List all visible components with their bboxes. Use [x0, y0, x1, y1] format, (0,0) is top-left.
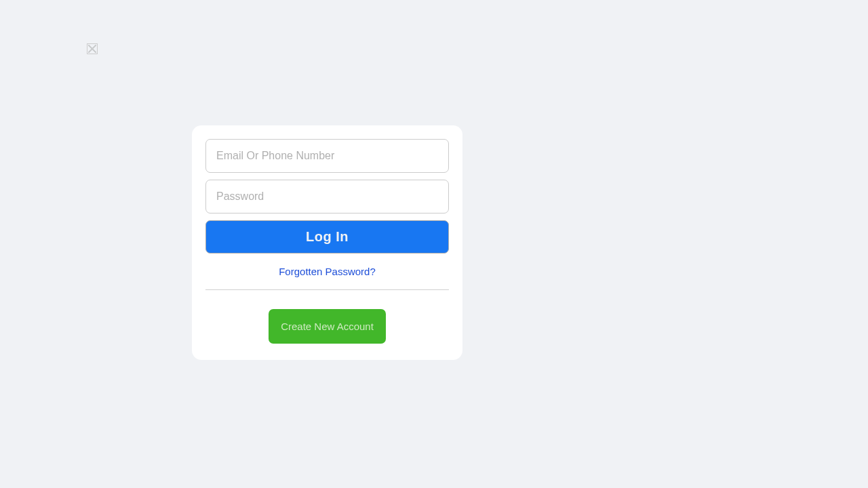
forgot-password-link[interactable]: Forgotten Password?: [205, 266, 449, 277]
password-field[interactable]: [205, 180, 449, 214]
login-card: Log In Forgotten Password? Create New Ac…: [192, 125, 462, 360]
divider: [205, 289, 449, 290]
broken-image-icon: [87, 43, 98, 54]
login-button[interactable]: Log In: [205, 220, 449, 253]
email-field[interactable]: [205, 139, 449, 173]
logo-container: [87, 43, 98, 57]
create-account-button[interactable]: Create New Account: [269, 309, 386, 344]
create-account-wrap: Create New Account: [205, 309, 449, 346]
